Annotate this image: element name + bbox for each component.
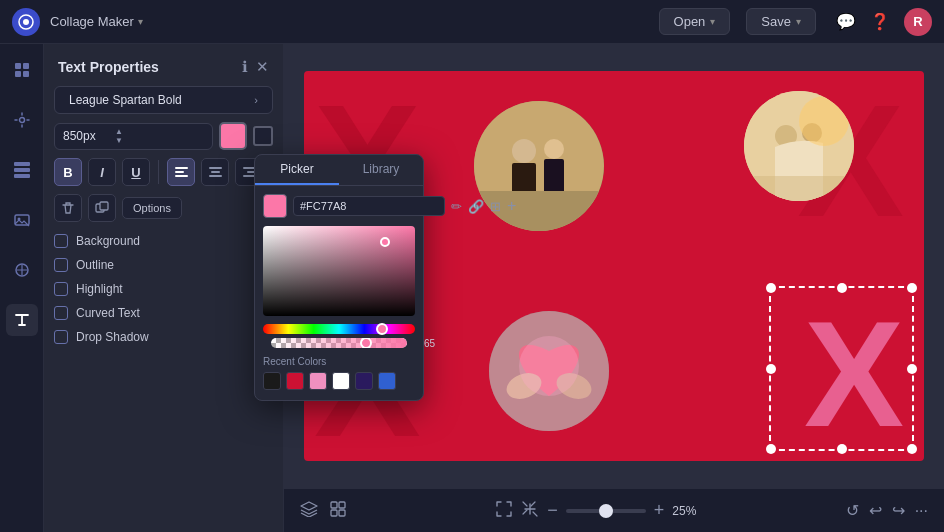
align-left-button[interactable] [167,158,195,186]
couple-photo-3 [489,311,609,431]
options-button[interactable]: Options [122,197,182,219]
recent-color-3[interactable] [309,372,327,390]
save-label: Save [761,14,791,29]
library-tab[interactable]: Library [339,155,423,185]
recent-color-1[interactable] [263,372,281,390]
resize-icon[interactable] [521,500,539,522]
info-icon[interactable]: ℹ [242,58,248,76]
photo-circle-3[interactable] [489,311,609,431]
size-down-arrow[interactable]: ▼ [115,137,123,145]
user-avatar[interactable]: R [904,8,932,36]
recent-color-6[interactable] [378,372,396,390]
svg-rect-4 [15,71,21,77]
svg-point-38 [519,336,579,396]
app-chevron-icon: ▾ [138,16,143,27]
sidebar-icon-home[interactable] [6,54,38,86]
format-separator [158,160,159,184]
help-icon[interactable]: ❓ [870,12,890,31]
picker-tab[interactable]: Picker [255,155,339,185]
curved-text-label: Curved Text [76,306,140,320]
outline-checkbox[interactable] [54,258,68,272]
zoom-slider[interactable] [566,509,646,513]
sidebar-icon-text[interactable] [6,304,38,336]
svg-rect-41 [331,510,337,516]
alpha-slider[interactable] [271,338,407,348]
font-size-input[interactable] [63,129,111,143]
eyedropper-icon[interactable]: ✏ [451,199,462,214]
recent-color-4[interactable] [332,372,350,390]
svg-point-6 [19,118,24,123]
more-icon[interactable]: ··· [915,502,928,520]
svg-rect-13 [175,167,188,169]
grid-icon[interactable]: ⊞ [490,199,501,214]
zoom-out-button[interactable]: − [547,500,558,521]
svg-rect-18 [209,175,222,177]
recent-color-2[interactable] [286,372,304,390]
align-center-button[interactable] [201,158,229,186]
undo-icon[interactable]: ↩ [869,501,882,520]
color-swatch-secondary[interactable] [253,126,273,146]
app-logo [12,8,40,36]
svg-rect-15 [175,175,188,177]
chat-icon[interactable]: 💬 [836,12,856,31]
drop-shadow-label: Drop Shadow [76,330,149,344]
svg-rect-5 [23,71,29,77]
sidebar-icon-settings[interactable] [6,104,38,136]
avatar-letter: R [913,14,922,29]
sel-handle-br[interactable] [907,444,917,454]
photo-circle-2[interactable] [744,91,854,201]
app-name[interactable]: Collage Maker ▾ [50,14,143,29]
size-up-arrow[interactable]: ▲ [115,128,123,136]
background-checkbox-row[interactable]: Background [54,234,273,248]
link-icon[interactable]: 🔗 [468,199,484,214]
alpha-row: 65 [263,338,415,348]
sel-handle-ml[interactable] [766,364,776,374]
svg-rect-3 [23,63,29,69]
fit-screen-icon[interactable] [495,500,513,522]
outline-checkbox-row[interactable]: Outline [54,258,273,272]
italic-button[interactable]: I [88,158,116,186]
highlight-checkbox-row[interactable]: Highlight [54,282,273,296]
delete-button[interactable] [54,194,82,222]
curved-text-checkbox[interactable] [54,306,68,320]
recent-color-5[interactable] [355,372,373,390]
sel-handle-bl[interactable] [766,444,776,454]
topbar: Collage Maker ▾ Open ▾ Save ▾ 💬 ❓ R [0,0,944,44]
picker-color-swatch[interactable] [263,194,287,218]
hex-input[interactable] [293,196,445,216]
color-gradient-area[interactable] [263,226,415,316]
duplicate-button[interactable] [88,194,116,222]
sidebar-icon-grid[interactable] [6,154,38,186]
font-selector[interactable]: League Spartan Bold › [54,86,273,114]
close-icon[interactable]: ✕ [256,58,269,76]
highlight-checkbox[interactable] [54,282,68,296]
save-button[interactable]: Save ▾ [746,8,816,35]
sidebar-icon-elements[interactable] [6,254,38,286]
background-checkbox[interactable] [54,234,68,248]
svg-rect-16 [209,167,222,169]
bold-button[interactable]: B [54,158,82,186]
drop-shadow-checkbox[interactable] [54,330,68,344]
format-row: B I U [44,158,283,186]
drop-shadow-checkbox-row[interactable]: Drop Shadow [54,330,273,344]
sel-handle-tl[interactable] [766,283,776,293]
underline-button[interactable]: U [122,158,150,186]
curved-text-checkbox-row[interactable]: Curved Text [54,306,273,320]
hue-slider[interactable] [263,324,415,334]
zoom-in-button[interactable]: + [654,500,665,521]
svg-point-1 [23,19,29,25]
add-color-icon[interactable]: + [507,197,516,215]
grid-view-icon[interactable] [330,501,346,521]
refresh-icon[interactable]: ↺ [846,501,859,520]
text-properties-panel: Text Properties ℹ ✕ League Spartan Bold … [44,44,284,532]
layers-icon[interactable] [300,501,318,521]
bottom-bar: − + 25% ↺ ↩ ↪ ··· [284,488,944,532]
panel-title: Text Properties [58,59,234,75]
open-button[interactable]: Open ▾ [659,8,731,35]
color-swatch-main[interactable] [219,122,247,150]
sel-handle-mr[interactable] [907,364,917,374]
panel-header: Text Properties ℹ ✕ [44,44,283,86]
redo-icon[interactable]: ↪ [892,501,905,520]
sel-handle-tr[interactable] [907,283,917,293]
sidebar-icon-image[interactable] [6,204,38,236]
